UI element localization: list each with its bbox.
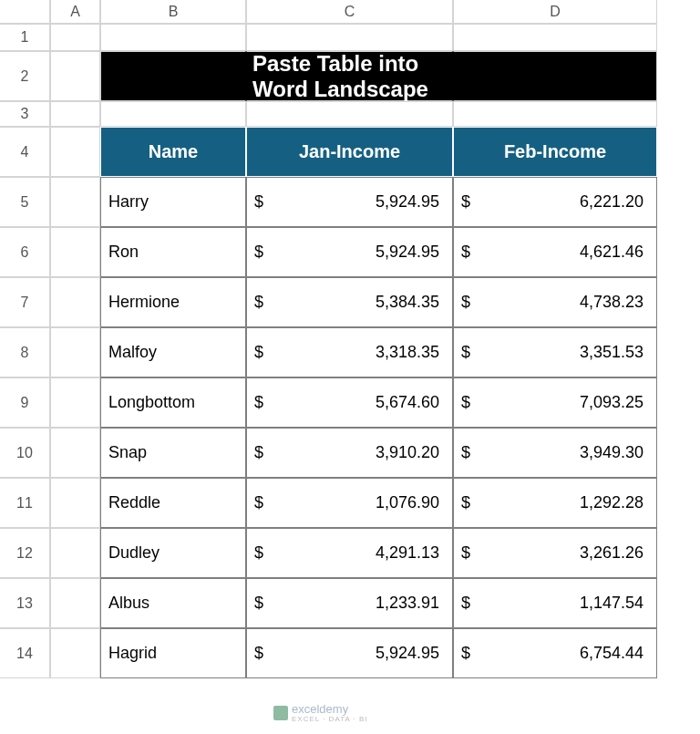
row-header-2[interactable]: 2 [0,51,50,101]
cell-b3[interactable] [100,101,246,127]
row-header-4[interactable]: 4 [0,127,50,177]
page-title[interactable]: Paste Table into Word Landscape [246,51,453,101]
feb-value: 6,221.20 [580,192,651,212]
cell-a9[interactable] [50,377,100,428]
spreadsheet-grid: A B C D 1 2 Paste Table into Word Landsc… [0,0,700,678]
table-row[interactable]: Malfoy [100,327,246,377]
col-header-a[interactable]: A [50,0,100,24]
cell-a14[interactable] [50,628,100,678]
feb-value: 6,754.44 [580,644,651,663]
feb-value: 3,261.26 [580,543,651,563]
currency-symbol: $ [459,644,470,663]
feb-value: 4,738.23 [580,293,651,312]
jan-value: 5,384.35 [376,293,447,312]
feb-income-cell[interactable]: $7,093.25 [453,377,657,428]
row-header-7[interactable]: 7 [0,277,50,327]
currency-symbol: $ [459,243,470,262]
cell-a6[interactable] [50,227,100,277]
table-header-feb[interactable]: Feb-Income [453,127,657,177]
currency-symbol: $ [459,594,470,613]
currency-symbol: $ [252,192,263,212]
jan-value: 5,924.95 [376,644,447,663]
row-header-13[interactable]: 13 [0,578,50,628]
title-cell-left[interactable] [100,51,246,101]
name-value: Harry [107,192,149,212]
table-header-jan[interactable]: Jan-Income [246,127,453,177]
currency-symbol: $ [459,493,470,512]
currency-symbol: $ [459,343,470,362]
table-row[interactable]: Dudley [100,528,246,578]
feb-income-cell[interactable]: $6,221.20 [453,177,657,227]
row-header-11[interactable]: 11 [0,478,50,528]
col-header-c[interactable]: C [246,0,453,24]
row-header-10[interactable]: 10 [0,428,50,478]
table-row[interactable]: Reddle [100,478,246,528]
feb-value: 3,351.53 [580,343,651,362]
feb-income-cell[interactable]: $6,754.44 [453,628,657,678]
name-value: Hagrid [107,644,157,663]
jan-income-cell[interactable]: $1,076.90 [246,478,453,528]
cell-d3[interactable] [453,101,657,127]
jan-income-cell[interactable]: $5,674.60 [246,377,453,428]
cell-c3[interactable] [246,101,453,127]
currency-symbol: $ [252,343,263,362]
cell-c1[interactable] [246,24,453,51]
table-row[interactable]: Harry [100,177,246,227]
jan-income-cell[interactable]: $5,924.95 [246,628,453,678]
jan-income-cell[interactable]: $5,924.95 [246,227,453,277]
col-header-d[interactable]: D [453,0,657,24]
feb-income-cell[interactable]: $3,949.30 [453,428,657,478]
col-header-b[interactable]: B [100,0,246,24]
row-header-3[interactable]: 3 [0,101,50,127]
row-header-12[interactable]: 12 [0,528,50,578]
currency-symbol: $ [459,393,470,412]
row-header-6[interactable]: 6 [0,227,50,277]
currency-symbol: $ [459,192,470,212]
currency-symbol: $ [252,594,263,613]
table-header-name[interactable]: Name [100,127,246,177]
jan-value: 5,674.60 [376,393,447,412]
currency-symbol: $ [252,493,263,512]
feb-income-cell[interactable]: $1,147.54 [453,578,657,628]
jan-income-cell[interactable]: $5,924.95 [246,177,453,227]
cell-b1[interactable] [100,24,246,51]
name-value: Longbottom [107,393,195,412]
title-cell-right[interactable] [453,51,657,101]
feb-income-cell[interactable]: $3,261.26 [453,528,657,578]
feb-income-cell[interactable]: $3,351.53 [453,327,657,377]
currency-symbol: $ [252,393,263,412]
table-row[interactable]: Albus [100,578,246,628]
table-row[interactable]: Hermione [100,277,246,327]
row-header-1[interactable]: 1 [0,24,50,51]
row-header-9[interactable]: 9 [0,377,50,428]
cell-a4[interactable] [50,127,100,177]
cell-a8[interactable] [50,327,100,377]
cell-a1[interactable] [50,24,100,51]
cell-a3[interactable] [50,101,100,127]
cell-a11[interactable] [50,478,100,528]
jan-income-cell[interactable]: $4,291.13 [246,528,453,578]
jan-income-cell[interactable]: $3,910.20 [246,428,453,478]
table-row[interactable]: Longbottom [100,377,246,428]
cell-a5[interactable] [50,177,100,227]
row-header-14[interactable]: 14 [0,628,50,678]
row-header-5[interactable]: 5 [0,177,50,227]
cell-a13[interactable] [50,578,100,628]
cell-a12[interactable] [50,528,100,578]
jan-value: 3,318.35 [376,343,447,362]
jan-income-cell[interactable]: $1,233.91 [246,578,453,628]
jan-income-cell[interactable]: $5,384.35 [246,277,453,327]
table-row[interactable]: Hagrid [100,628,246,678]
table-row[interactable]: Ron [100,227,246,277]
cell-a7[interactable] [50,277,100,327]
cell-a2[interactable] [50,51,100,101]
row-header-8[interactable]: 8 [0,327,50,377]
table-row[interactable]: Snap [100,428,246,478]
cell-d1[interactable] [453,24,657,51]
feb-income-cell[interactable]: $4,738.23 [453,277,657,327]
feb-income-cell[interactable]: $1,292.28 [453,478,657,528]
cell-a10[interactable] [50,428,100,478]
select-all-corner[interactable] [0,0,50,24]
jan-income-cell[interactable]: $3,318.35 [246,327,453,377]
feb-income-cell[interactable]: $4,621.46 [453,227,657,277]
